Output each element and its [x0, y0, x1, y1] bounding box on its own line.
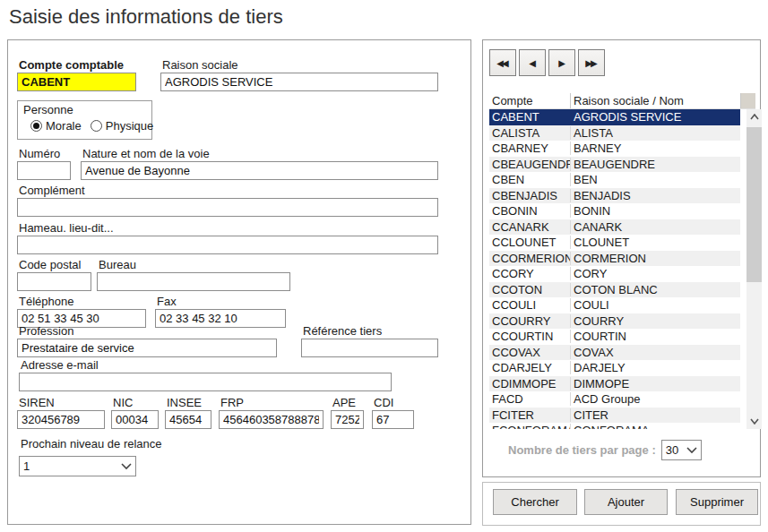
left-arrow-icon: ◀ — [529, 58, 534, 68]
insee-input[interactable] — [165, 410, 211, 429]
chercher-button[interactable]: Chercher — [493, 489, 577, 515]
frp-label: FRP — [220, 396, 324, 409]
scroll-up-button[interactable] — [746, 109, 762, 124]
table-row[interactable]: CCOTONCOTON BLANC — [489, 282, 740, 298]
code-postal-label: Code postal — [19, 258, 91, 271]
hameau-input[interactable] — [17, 236, 438, 254]
chevron-down-icon — [686, 447, 697, 454]
nom-cell: ACD Groupe — [570, 392, 740, 406]
column-header-nom[interactable]: Raison sociale / Nom — [570, 93, 740, 108]
nav-first-button[interactable]: ◀◀ — [489, 49, 516, 76]
nom-cell: COURRY — [570, 314, 740, 328]
table-scrollbar[interactable] — [746, 109, 762, 429]
nom-cell: CORMERION — [570, 252, 740, 265]
tiers-table-header: Compte Raison sociale / Nom — [489, 93, 755, 109]
scroll-down-button[interactable] — [746, 414, 762, 429]
email-input[interactable] — [19, 373, 392, 391]
table-row[interactable]: CCORMERIONCORMERION — [489, 251, 740, 267]
nom-cell: BONIN — [570, 204, 740, 218]
compte-cell: CBONIN — [489, 204, 570, 218]
siren-input[interactable] — [17, 410, 105, 429]
nom-cell: COTON BLANC — [570, 283, 740, 296]
compte-cell: CBEN — [489, 173, 570, 186]
column-header-compte[interactable]: Compte — [489, 93, 570, 108]
nav-previous-button[interactable]: ◀ — [519, 49, 546, 76]
cdi-label: CDI — [374, 396, 414, 409]
radio-option-morale[interactable]: Morale — [30, 119, 82, 133]
profession-label: Profession — [19, 324, 277, 338]
reference-tiers-input[interactable] — [301, 339, 438, 357]
table-row[interactable]: CCORYCORY — [489, 266, 740, 282]
page-title: Saisie des informations de tiers — [9, 5, 283, 29]
tiers-table-body: CABENTAGRODIS SERVICECALISTAALISTACBARNE… — [489, 109, 740, 429]
compte-comptable-input[interactable] — [17, 73, 136, 91]
table-row[interactable]: CCOURTINCOURTIN — [489, 329, 740, 345]
chevron-down-icon — [750, 418, 759, 425]
bureau-input[interactable] — [97, 272, 290, 291]
personne-label: Personne — [23, 103, 73, 116]
profession-input[interactable] — [17, 339, 277, 357]
radio-option-physique[interactable]: Physique — [91, 119, 153, 133]
nom-cell: BEAUGENDRE — [570, 158, 740, 171]
compte-cell: FCONFORAMA — [489, 424, 570, 429]
nom-cell: CITER — [570, 408, 740, 422]
table-row[interactable]: FCONFORAMACONFORAMA — [489, 423, 740, 429]
page-size-select[interactable]: 30 — [661, 440, 702, 460]
relance-label: Prochain niveau de relance — [21, 437, 180, 450]
complement-input[interactable] — [17, 198, 438, 217]
table-row[interactable]: CCOURRYCOURRY — [489, 313, 740, 330]
table-row[interactable]: CALISTAALISTA — [489, 125, 740, 142]
nom-cell: CORY — [570, 267, 740, 280]
raison-sociale-input[interactable] — [160, 73, 438, 91]
ape-input[interactable] — [331, 410, 364, 429]
nav-next-button[interactable]: ▶ — [548, 49, 575, 76]
compte-cell: CBENJADIS — [489, 189, 570, 202]
supprimer-button[interactable]: Supprimer — [676, 489, 758, 515]
table-row[interactable]: CBARNEYBARNEY — [489, 141, 740, 157]
radio-physique-icon[interactable] — [91, 120, 102, 132]
nom-cell: ALISTA — [570, 126, 740, 140]
complement-label: Complément — [19, 184, 438, 197]
compte-cell: CBARNEY — [489, 142, 570, 155]
table-row[interactable]: CBENBEN — [489, 172, 740, 188]
cdi-input[interactable] — [372, 410, 414, 429]
table-row[interactable]: CBONINBONIN — [489, 203, 740, 219]
nom-cell: CANARK — [570, 220, 740, 234]
table-row[interactable]: CDIMMOPEDIMMOPE — [489, 376, 740, 392]
table-row[interactable]: CDARJELYDARJELY — [489, 360, 740, 376]
frp-input[interactable] — [219, 410, 324, 429]
table-row[interactable]: CCLOUNETCLOUNET — [489, 235, 740, 251]
table-row[interactable]: FCITERCITER — [489, 408, 740, 424]
fax-label: Fax — [157, 295, 286, 308]
table-row[interactable]: FACDACD Groupe — [489, 391, 740, 408]
raison-sociale-label: Raison sociale — [162, 58, 438, 72]
table-row[interactable]: CABENTAGRODIS SERVICE — [489, 109, 740, 125]
table-row[interactable]: CCOULICOULI — [489, 297, 740, 313]
relance-select[interactable]: 1 — [19, 456, 136, 476]
compte-cell: CABENT — [489, 110, 570, 124]
table-row[interactable]: CCANARKCANARK — [489, 219, 740, 236]
table-row[interactable]: CCOVAXCOVAX — [489, 345, 740, 361]
nom-cell: BEN — [570, 173, 740, 186]
ajouter-button[interactable]: Ajouter — [584, 489, 668, 515]
table-row[interactable]: CBEAUGENDREBEAUGENDRE — [489, 157, 740, 173]
radio-morale-label: Morale — [46, 119, 82, 133]
right-arrow-icon: ▶ — [558, 58, 564, 68]
siren-label: SIREN — [19, 396, 105, 409]
nic-input[interactable] — [111, 410, 159, 429]
chevron-up-icon — [750, 114, 759, 120]
voie-input[interactable] — [81, 161, 438, 180]
record-nav-toolbar: ◀◀ ◀ ▶ ▶▶ — [489, 49, 605, 76]
radio-morale-icon[interactable] — [30, 120, 42, 132]
nav-last-button[interactable]: ▶▶ — [578, 49, 605, 76]
chevron-down-icon — [121, 463, 132, 470]
table-row[interactable]: CBENJADISBENJADIS — [489, 188, 740, 204]
scrollbar-thumb[interactable] — [746, 127, 762, 282]
compte-cell: CDIMMOPE — [489, 377, 570, 390]
bureau-label: Bureau — [99, 258, 290, 271]
actions-panel: Chercher Ajouter Supprimer — [482, 482, 761, 526]
compte-cell: CALISTA — [489, 126, 570, 140]
nom-cell: CLOUNET — [570, 236, 740, 249]
code-postal-input[interactable] — [17, 272, 91, 291]
numero-input[interactable] — [17, 161, 71, 180]
